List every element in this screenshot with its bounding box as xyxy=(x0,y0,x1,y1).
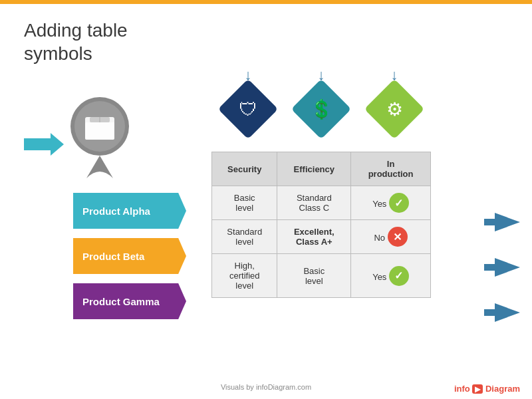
product-gamma-label: Product Gamma xyxy=(73,283,186,319)
col-icon-security: ↓ 🛡 xyxy=(211,66,285,130)
table-row: High,certifiedlevel Basiclevel Yes ✓ xyxy=(212,254,431,298)
product-alpha-label: Product Alpha xyxy=(73,193,186,229)
infodiagram-logo: info ▶ Diagram xyxy=(454,384,520,394)
efficiency-diamond: 💲 xyxy=(291,79,352,140)
beta-efficiency: Excellent,Class A+ xyxy=(277,220,351,254)
security-diamond: 🛡 xyxy=(218,79,279,140)
row-label-gamma: Product Gamma xyxy=(73,279,186,324)
col-header-production: Inproduction xyxy=(351,152,431,186)
beta-security: Standardlevel xyxy=(212,220,277,254)
security-icon: 🛡 xyxy=(239,98,257,120)
svg-marker-9 xyxy=(484,303,520,322)
svg-marker-0 xyxy=(24,133,64,156)
table-row: Basiclevel StandardClass C Yes ✓ xyxy=(212,186,431,220)
gamma-efficiency: Basiclevel xyxy=(277,254,351,298)
efficiency-icon: 💲 xyxy=(310,98,333,120)
footer-text: Visuals by infoDiagram.com xyxy=(0,383,532,391)
right-arrow-alpha xyxy=(484,200,520,245)
alpha-production: Yes ✓ xyxy=(351,186,431,220)
right-arrows xyxy=(484,200,520,335)
right-arrow-gamma xyxy=(484,290,520,335)
page-title: Adding table symbols xyxy=(24,19,128,65)
svg-marker-7 xyxy=(484,213,520,231)
product-beta-label: Product Beta xyxy=(73,238,186,274)
production-icon: ⚙ xyxy=(386,98,403,120)
beta-production: No ✕ xyxy=(351,220,431,254)
comparison-table: Security Efficiency Inproduction Basicle… xyxy=(211,152,431,298)
col-header-security: Security xyxy=(212,152,277,186)
gamma-security: High,certifiedlevel xyxy=(212,254,277,298)
left-arrow-icon xyxy=(24,133,64,156)
col-icon-efficiency: ↓ 💲 xyxy=(285,66,358,130)
col-header-efficiency: Efficiency xyxy=(277,152,351,186)
check-icon-gamma: ✓ xyxy=(389,266,409,286)
svg-marker-8 xyxy=(484,258,520,277)
alpha-efficiency: StandardClass C xyxy=(277,186,351,220)
row-label-alpha: Product Alpha xyxy=(73,188,186,233)
check-icon-alpha: ✓ xyxy=(389,193,409,213)
column-icons: ↓ 🛡 ↓ 💲 ↓ ⚙ xyxy=(211,66,431,130)
gamma-production: Yes ✓ xyxy=(351,254,431,298)
production-diamond: ⚙ xyxy=(364,79,425,140)
pin-icon xyxy=(66,92,133,178)
alpha-security: Basiclevel xyxy=(212,186,277,220)
table-row: Standardlevel Excellent,Class A+ No ✕ xyxy=(212,220,431,254)
col-icon-production: ↓ ⚙ xyxy=(358,66,431,130)
row-label-beta: Product Beta xyxy=(73,233,186,279)
top-bar xyxy=(0,0,532,4)
cross-icon-beta: ✕ xyxy=(388,227,408,247)
svg-rect-6 xyxy=(85,122,114,140)
row-labels: Product Alpha Product Beta Product Gamma xyxy=(73,188,186,324)
right-arrow-beta xyxy=(484,245,520,290)
